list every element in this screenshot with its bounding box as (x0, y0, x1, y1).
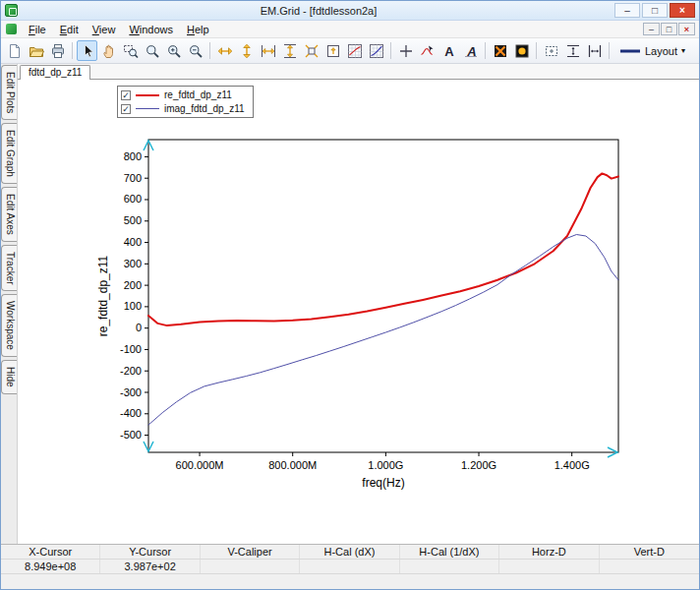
selection-box-button[interactable] (541, 40, 561, 61)
document-tabbar: fdtd_dp_z11 (18, 64, 699, 80)
toolbar-separator (390, 42, 391, 59)
autoscale-button[interactable] (322, 40, 343, 61)
selection-box-icon (544, 43, 559, 59)
status-value-v-caliper (201, 560, 300, 573)
side-tab-edit-graph[interactable]: Edit Graph (1, 123, 17, 184)
maximize-button[interactable]: □ (642, 3, 668, 18)
menu-windows[interactable]: Windows (122, 22, 180, 37)
zoom-in-icon (166, 43, 182, 59)
dark-color-map-button[interactable] (511, 40, 532, 61)
mdi-restore-button[interactable]: □ (661, 23, 677, 35)
zoom-window-icon (123, 43, 139, 59)
zoom-tool-button[interactable] (142, 40, 162, 61)
mdi-minimize-button[interactable]: – (643, 23, 660, 35)
minimize-button[interactable]: – (614, 3, 640, 18)
app-icon (5, 4, 18, 17)
close-button[interactable]: × (670, 3, 695, 18)
expand-horizontal-button[interactable] (214, 40, 235, 61)
x-tick-label: 800.000M (268, 459, 317, 471)
trace-probe-icon (420, 43, 436, 59)
print-button[interactable] (47, 40, 68, 61)
zoom-in-button[interactable] (163, 40, 184, 61)
side-tab-tracker[interactable]: Tracker (1, 245, 17, 292)
open-folder-icon (29, 43, 44, 59)
menu-file[interactable]: File (22, 22, 53, 37)
y-tick-label: 0 (136, 322, 142, 333)
toolbar-separator (609, 42, 610, 59)
pan-tool-button[interactable] (98, 40, 119, 61)
mdi-close-button[interactable]: × (678, 23, 695, 35)
y-tick-label: -200 (120, 365, 142, 377)
side-tab-hide[interactable]: Hide (1, 360, 17, 394)
menu-items: FileEditViewWindowsHelp (22, 22, 216, 37)
select-tool-button[interactable] (77, 40, 97, 61)
cursor-arrow-icon (80, 43, 95, 59)
legend-checkbox[interactable]: ✓ (121, 104, 131, 114)
new-file-button[interactable] (4, 40, 25, 61)
status-header-v-caliper: V-Caliper (201, 545, 300, 559)
zoom-window-button[interactable] (120, 40, 141, 61)
window-title: EM.Grid - [fdtdlesson2a] (23, 5, 614, 17)
side-tab-edit-plots[interactable]: Edit Plots (1, 65, 17, 120)
horizontal-caliper-button[interactable] (584, 40, 605, 61)
main-area: Edit PlotsEdit GraphEdit AxesTrackerWork… (1, 64, 699, 544)
menu-bar: FileEditViewWindowsHelp – □ × (1, 21, 699, 38)
zoom-out-icon (188, 43, 204, 59)
status-header-x-cursor: X-Cursor (1, 545, 100, 559)
color-map-button[interactable] (490, 40, 510, 61)
side-tab-edit-axes[interactable]: Edit Axes (1, 187, 17, 242)
side-tab-workspace[interactable]: Workspace (1, 294, 17, 357)
y-tick-label: 100 (124, 300, 142, 312)
plot-frame (148, 140, 618, 452)
menu-edit[interactable]: Edit (53, 22, 86, 37)
legend-item: ✓re_fdtd_dp_z11 (121, 89, 245, 100)
x-tick-label: 1.000G (368, 459, 403, 471)
legend-checkbox[interactable]: ✓ (121, 90, 131, 100)
status-value-x-cursor: 8.949e+08 (1, 560, 100, 573)
fit-all-button[interactable] (301, 40, 321, 61)
fit-horizontal-button[interactable] (258, 40, 278, 61)
x-tick-label: 1.200G (461, 459, 496, 471)
status-value-vert-d (600, 560, 699, 573)
graph-grid-alt-icon (369, 43, 384, 59)
crosshair-tool-button[interactable] (395, 40, 416, 61)
y-tick-label: 600 (124, 193, 142, 205)
italic-text-button[interactable]: A (460, 40, 481, 61)
plot-canvas[interactable]: -500-400-300-200-10001002003004005006007… (18, 80, 699, 544)
document-icon[interactable] (6, 24, 17, 34)
horizontal-caliper-icon (587, 43, 603, 59)
layout-dropdown[interactable]: Layout ▾ (613, 40, 691, 61)
x-axis-label: freq(Hz) (362, 476, 404, 490)
graph-grid-icon (347, 43, 363, 59)
zoom-out-button[interactable] (185, 40, 205, 61)
app-window: EM.Grid - [fdtdlesson2a] – □ × FileEditV… (0, 0, 700, 590)
text-label-button[interactable]: A (438, 40, 459, 61)
toolbar-separator (485, 42, 486, 59)
graph-grid-alt-button[interactable] (366, 40, 386, 61)
status-value-h-cal-1-dx- (400, 560, 499, 573)
trace-probe-button[interactable] (417, 40, 438, 61)
layout-dropdown-label: Layout (645, 45, 677, 57)
title-bar: EM.Grid - [fdtdlesson2a] – □ × (1, 1, 699, 21)
status-value-horz-d (499, 560, 599, 573)
menu-view[interactable]: View (86, 22, 123, 37)
expand-vertical-button[interactable] (236, 40, 257, 61)
status-header-h-cal-dx-: H-Cal (dX) (300, 545, 399, 559)
toolbar-separator (209, 42, 210, 59)
toolbar-separator (72, 42, 73, 59)
status-header-y-cursor: Y-Cursor (100, 545, 200, 559)
status-header-horz-d: Horz-D (499, 545, 599, 559)
status-value-h-cal-dx- (300, 560, 399, 573)
doc-tab-fdtd-dp-z11[interactable]: fdtd_dp_z11 (20, 65, 90, 80)
text-a-italic-icon: A (463, 43, 479, 59)
status-header-vert-d: Vert-D (600, 545, 699, 559)
y-tick-label: 400 (124, 236, 142, 248)
graph-grid-button[interactable] (344, 40, 365, 61)
vertical-caliper-button[interactable] (562, 40, 583, 61)
fit-vertical-button[interactable] (279, 40, 300, 61)
menu-help[interactable]: Help (180, 22, 216, 37)
plot-area[interactable]: -500-400-300-200-10001002003004005006007… (18, 80, 699, 544)
open-file-button[interactable] (26, 40, 46, 61)
color-map-icon (493, 43, 508, 59)
y-tick-label: 300 (124, 258, 142, 269)
